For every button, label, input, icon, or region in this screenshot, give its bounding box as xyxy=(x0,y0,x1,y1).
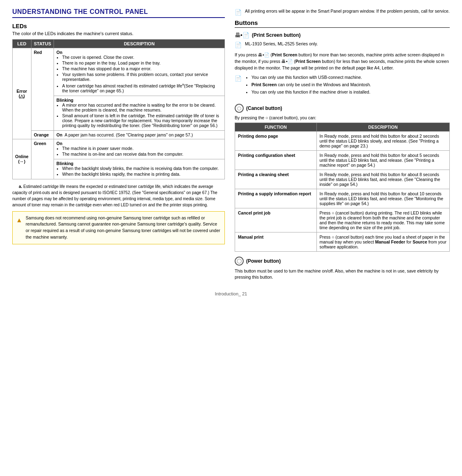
led-online-on: On The machine is in power saver mode. T… xyxy=(54,139,225,159)
led-online-on-list: The machine is in power saver mode. The … xyxy=(56,146,222,156)
power-header: ◯ (Power button) xyxy=(235,257,450,266)
led-online-blinking: Blinking When the backlight slowly blink… xyxy=(54,159,225,179)
list-item: You can only use this function if the ma… xyxy=(251,89,371,96)
led-on-list: The cover is opened. Close the cover. Th… xyxy=(56,55,222,93)
led-state-orange-on: On A paper jam has occurred. (See "Clear… xyxy=(54,130,225,139)
func-desc: In Ready mode, press and hold this butto… xyxy=(316,150,450,170)
power-label: (Power button) xyxy=(246,258,281,264)
led-table: LED STATUS DESCRIPTION Error(△) Red On T… xyxy=(12,39,225,179)
list-item: When the backlight slowly blinks, the ma… xyxy=(62,166,222,171)
list-item: Print Screen can only be used in the Win… xyxy=(251,82,371,88)
power-desc: This button must be used to turn the mac… xyxy=(235,268,450,281)
cancel-icon: ◯ xyxy=(235,104,244,113)
list-item: The machine is in power saver mode. xyxy=(62,146,222,151)
col-func-description: DESCRIPTION xyxy=(316,123,450,131)
cancel-header: ◯ (Cancel button) xyxy=(235,104,450,113)
note-icon: 📄 xyxy=(235,8,242,17)
list-item: The machine is on-line and can receive d… xyxy=(62,152,222,156)
leds-desc: The color of the LEDs indicates the mach… xyxy=(12,31,225,36)
col-description: DESCRIPTION xyxy=(54,40,225,48)
func-name: Printing a cleaning sheet xyxy=(235,170,317,189)
list-item: A toner cartridge has almost reached its… xyxy=(62,83,222,93)
list-item: The cover is opened. Close the cover. xyxy=(62,55,222,60)
func-name: Printing a supply information report xyxy=(235,189,317,208)
list-item: The machine has stopped due to a major e… xyxy=(62,66,222,71)
table-row: Cancel print job Press ○ (cancel button)… xyxy=(235,208,450,232)
warning-text: Samsung does not recommend using non-gen… xyxy=(26,215,221,241)
page-title: UNDERSTANDING THE CONTROL PANEL xyxy=(12,8,225,18)
func-name: Printing configuration sheet xyxy=(235,150,317,170)
print-screen-body: If you press 🖶•📄 (Print Screen button) f… xyxy=(235,52,450,71)
print-screen-note-box: 📄 ML-1910 Series, ML-2525 Series only. xyxy=(235,41,450,49)
func-desc: In Ready mode, press and hold this butto… xyxy=(316,131,450,150)
led-state-on: On The cover is opened. Close the cover.… xyxy=(54,48,225,96)
table-row: Error(△) Red On The cover is opened. Clo… xyxy=(13,48,225,96)
footnote: a. Estimated cartridge life means the ex… xyxy=(12,183,225,208)
print-screen-note: ML-1910 Series, ML-2525 Series only. xyxy=(245,41,318,49)
col-status: STATUS xyxy=(31,40,54,48)
cancel-label: (Cancel button) xyxy=(246,105,282,111)
warning-icon: ▲ xyxy=(16,215,22,241)
cancel-desc: By pressing the ○ (cancel button), you c… xyxy=(235,115,450,120)
status-orange: Orange xyxy=(31,130,54,139)
top-note-box: 📄 All printing errors will be appear in … xyxy=(235,8,450,17)
list-item: Your system has some problems. If this p… xyxy=(62,72,222,82)
led-blinking-list: A minor error has occurred and the machi… xyxy=(56,103,222,128)
table-row: Online(↔) Green On The machine is in pow… xyxy=(13,139,225,159)
func-name: Manual print xyxy=(235,232,317,251)
col-function: FUNCTION xyxy=(235,123,317,131)
table-row: Printing a supply information report In … xyxy=(235,189,450,208)
led-online-blinking-list: When the backlight slowly blinks, the ma… xyxy=(56,166,222,177)
led-online: Online(↔) xyxy=(13,139,31,179)
power-icon: ◯ xyxy=(235,257,244,266)
print-screen-notes-box: 📄 You can only use this function with US… xyxy=(235,74,450,96)
list-item: Small amount of toner is left in the car… xyxy=(62,113,222,128)
func-name: Cancel print job xyxy=(235,208,317,232)
func-name: Printing demo page xyxy=(235,131,317,150)
print-screen-icon: 🖶•📄 xyxy=(235,32,249,38)
warning-box: ▲ Samsung does not recommend using non-g… xyxy=(12,211,225,244)
buttons-title: Buttons xyxy=(235,19,450,28)
list-item: When the backlight blinks rapidly, the m… xyxy=(62,172,222,177)
leds-title: LEDs xyxy=(12,23,225,29)
led-error: Error(△) xyxy=(13,48,31,139)
page-number: Introduction_ 21 xyxy=(12,291,450,296)
led-state-blinking: Blinking A minor error has occurred and … xyxy=(54,96,225,130)
note-icon3: 📄 xyxy=(235,74,242,96)
list-item: You can only use this function with USB-… xyxy=(251,74,371,81)
table-row: Printing demo page In Ready mode, press … xyxy=(235,131,450,150)
func-table: FUNCTION DESCRIPTION Printing demo page … xyxy=(235,123,450,252)
func-desc: In Ready mode, press and hold this butto… xyxy=(316,189,450,208)
col-led: LED xyxy=(13,40,31,48)
list-item: A minor error has occurred and the machi… xyxy=(62,103,222,112)
note-icon2: 📄 xyxy=(235,41,242,49)
table-row: Printing a cleaning sheet In Ready mode,… xyxy=(235,170,450,189)
print-screen-header: 🖶•📄 (Print Screen button) xyxy=(235,32,450,38)
print-screen-notes-list: You can only use this function with USB-… xyxy=(245,74,371,96)
func-desc: In Ready mode, press and hold this butto… xyxy=(316,170,450,189)
table-row: Manual print Press ○ (cancel button) eac… xyxy=(235,232,450,251)
func-desc: Press ○ (cancel button) each time you lo… xyxy=(316,232,450,251)
print-screen-label: (Print Screen button) xyxy=(252,32,301,38)
table-row: Orange On A paper jam has occurred. (See… xyxy=(13,130,225,139)
table-row: Printing configuration sheet In Ready mo… xyxy=(235,150,450,170)
status-red: Red xyxy=(31,48,54,131)
list-item: There is no paper in the tray. Load pape… xyxy=(62,60,222,65)
func-desc: Press ○ (cancel button) during printing.… xyxy=(316,208,450,232)
status-green: Green xyxy=(31,139,54,179)
top-note-text: All printing errors will be appear in th… xyxy=(245,8,450,17)
